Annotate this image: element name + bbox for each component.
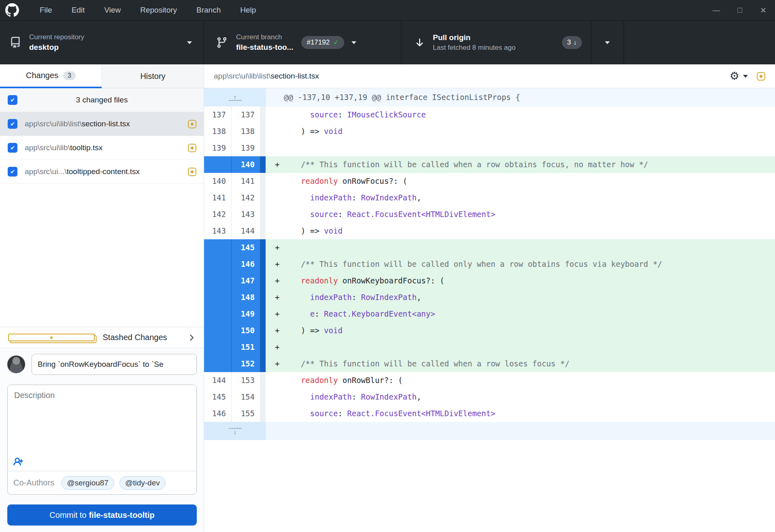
coauthors-row: Co-Authors @sergiou87@tidy-dev <box>8 471 196 494</box>
diff-options-button[interactable]: ⚙ <box>730 71 748 82</box>
code-line <box>292 140 775 156</box>
add-coauthor-icon[interactable] <box>13 456 25 468</box>
expand-up-button[interactable]: ↑ <box>229 94 241 101</box>
new-line-number: 146 <box>232 256 260 272</box>
diff-row[interactable]: 141142 indexPath: RowIndexPath, <box>204 189 775 206</box>
diff-row[interactable]: 145+ <box>204 239 775 256</box>
chevron-down-icon <box>351 41 356 44</box>
gutter-strip <box>260 156 266 173</box>
diff-row[interactable]: 140+ /** This function will be called wh… <box>204 156 775 173</box>
file-path: app\src\ui\lib\list\section-list.tsx <box>25 119 188 128</box>
diff-row[interactable]: 142143 source: React.FocusEvent<HTMLDivE… <box>204 206 775 223</box>
diff-row[interactable]: 140141 readonly onRowFocus?: ( <box>204 173 775 189</box>
stashed-changes-row[interactable]: Stashed Changes <box>0 327 204 348</box>
coauthor-pills: @sergiou87@tidy-dev <box>61 476 166 490</box>
code-line: ) => void <box>292 123 775 140</box>
menu-item-help[interactable]: Help <box>230 0 266 20</box>
new-line-number: 147 <box>232 272 260 289</box>
menu-item-branch[interactable]: Branch <box>187 0 230 20</box>
maximize-button[interactable]: □ <box>728 0 752 20</box>
minimize-button[interactable]: — <box>705 0 728 20</box>
expand-down-button[interactable]: ↓ <box>229 428 241 434</box>
menu-item-file[interactable]: File <box>30 0 62 20</box>
coauthor-pill[interactable]: @sergiou87 <box>61 476 114 490</box>
file-path: app\src\ui\lib\tooltip.tsx <box>25 143 188 152</box>
file-path-prefix: app\src\ui\lib\list\ <box>25 119 81 128</box>
file-row[interactable]: ✔app\src\ui...\tooltipped-content.tsx <box>0 160 204 184</box>
commit-description-input[interactable] <box>8 385 196 453</box>
pull-options-button[interactable] <box>591 21 624 64</box>
tab-changes[interactable]: Changes 3 <box>0 64 102 88</box>
diff-row[interactable]: 152+ /** This function will be called wh… <box>204 355 775 372</box>
diff-row[interactable]: 137137 source: IMouseClickSource <box>204 106 775 123</box>
new-line-number: 155 <box>232 405 260 422</box>
code-line: /** This function will be called only wh… <box>292 256 775 272</box>
diff-sign <box>266 123 292 140</box>
gutter-strip <box>260 106 266 123</box>
new-line-number: 140 <box>232 156 260 173</box>
old-line-number: 143 <box>204 223 232 239</box>
diff-row[interactable]: 139139 <box>204 140 775 156</box>
diff-row[interactable]: 146155 source: React.FocusEvent<HTMLDivE… <box>204 405 775 422</box>
github-logo-icon <box>5 3 19 17</box>
diff-row[interactable]: 144153 readonly onRowBlur?: ( <box>204 372 775 389</box>
old-line-number <box>204 256 232 272</box>
menu-item-edit[interactable]: Edit <box>62 0 95 20</box>
current-repository-button[interactable]: Current repository desktop <box>0 21 204 64</box>
gutter-strip <box>260 272 266 289</box>
gutter-strip <box>260 189 266 206</box>
old-line-number: 145 <box>204 389 232 405</box>
code-line: indexPath: RowIndexPath, <box>292 289 775 306</box>
file-checkbox[interactable]: ✔ <box>8 119 17 129</box>
diff-sign: + <box>266 256 292 272</box>
menu-item-repository[interactable]: Repository <box>130 0 187 20</box>
diff-empty-area <box>204 440 775 532</box>
diff-row[interactable]: 147+ readonly onRowKeyboardFocus?: ( <box>204 272 775 289</box>
tab-history[interactable]: History <box>102 64 204 88</box>
old-line-number <box>204 289 232 306</box>
stash-icon <box>8 334 95 341</box>
new-line-number: 145 <box>232 239 260 256</box>
coauthor-pill[interactable]: @tidy-dev <box>119 476 166 490</box>
gear-icon: ⚙ <box>730 71 739 82</box>
arrow-down-icon <box>414 37 425 48</box>
file-path-prefix: app\src\ui\lib\ <box>25 143 70 152</box>
menu-item-view[interactable]: View <box>94 0 130 20</box>
file-row[interactable]: ✔app\src\ui\lib\tooltip.tsx <box>0 136 204 160</box>
menu-bar: FileEditViewRepositoryBranchHelp —□✕ <box>0 0 775 20</box>
commit-summary-input[interactable] <box>32 354 197 375</box>
diff-row[interactable]: 148+ indexPath: RowIndexPath, <box>204 289 775 306</box>
repo-icon <box>10 37 21 48</box>
gutter-strip <box>260 289 266 306</box>
tab-changes-label: Changes <box>26 71 58 80</box>
gutter-strip <box>260 123 266 140</box>
diff-sign: + <box>266 306 292 322</box>
commit-button[interactable]: Commit to file-status-tooltip <box>7 504 197 526</box>
select-all-checkbox[interactable]: ✔ <box>8 95 17 105</box>
chevron-down-icon <box>605 41 610 44</box>
file-checkbox[interactable]: ✔ <box>8 167 17 177</box>
current-branch-name: file-status-too... <box>236 42 293 53</box>
diff-row[interactable]: 138138 ) => void <box>204 123 775 140</box>
diff-row[interactable]: 146+ /** This function will be called on… <box>204 256 775 272</box>
current-branch-button[interactable]: Current branch file-status-too... #17192… <box>204 21 401 64</box>
file-row[interactable]: ✔app\src\ui\lib\list\section-list.tsx <box>0 112 204 136</box>
file-checkbox[interactable]: ✔ <box>8 143 17 153</box>
diff-sign <box>266 372 292 389</box>
expand-down-icon: ↓ <box>234 429 237 434</box>
diff-row[interactable]: 145154 indexPath: RowIndexPath, <box>204 389 775 405</box>
pull-origin-button[interactable]: Pull origin Last fetched 8 minutes ago 3… <box>401 21 591 64</box>
close-button[interactable]: ✕ <box>752 0 775 20</box>
file-list: ✔app\src\ui\lib\list\section-list.tsx✔ap… <box>0 112 204 184</box>
old-line-number: 137 <box>204 106 232 123</box>
diff-row[interactable]: 143144 ) => void <box>204 223 775 239</box>
new-line-number: 148 <box>232 289 260 306</box>
code-line: source: React.FocusEvent<HTMLDivElement> <box>292 405 775 422</box>
check-icon: ✓ <box>333 38 339 47</box>
new-line-number: 150 <box>232 322 260 339</box>
diff-row[interactable]: 151+ <box>204 339 775 355</box>
diff-row[interactable]: 149+ e: React.KeyboardEvent<any> <box>204 306 775 322</box>
diff-row[interactable]: 150+ ) => void <box>204 322 775 339</box>
diff-rows: 137137 source: IMouseClickSource138138 )… <box>204 106 775 422</box>
gutter-strip <box>260 405 266 422</box>
